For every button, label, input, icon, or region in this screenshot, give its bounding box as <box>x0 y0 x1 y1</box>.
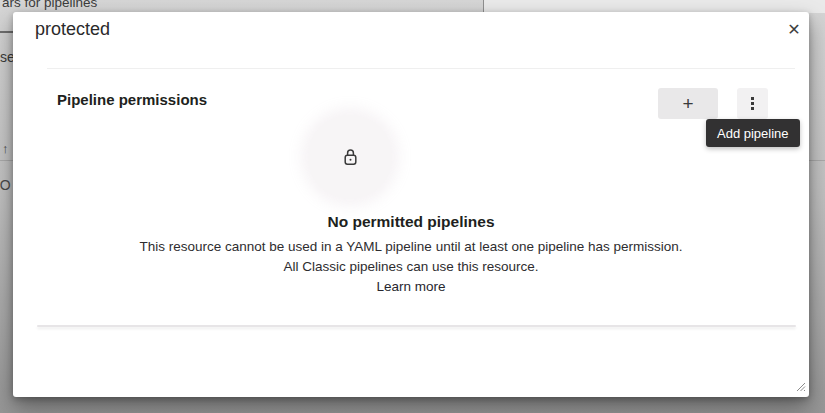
backdrop-glyph-fragment: ↑ <box>2 141 9 156</box>
section-heading: Pipeline permissions <box>57 91 207 108</box>
card-bottom-divider <box>37 325 796 327</box>
backdrop-text-fragment-lo: LO <box>0 177 12 193</box>
empty-state-title: No permitted pipelines <box>13 212 809 232</box>
empty-state-description-line1: This resource cannot be used in a YAML p… <box>13 237 809 257</box>
backdrop-text-fragment-top: ars for pipelines <box>2 0 97 10</box>
resize-handle[interactable] <box>794 378 806 390</box>
title-divider <box>47 68 795 69</box>
resize-grip-icon <box>794 380 806 392</box>
learn-more-link[interactable]: Learn more <box>376 277 445 297</box>
lock-icon <box>342 148 359 167</box>
empty-state-description-line2: All Classic pipelines can use this resou… <box>13 257 809 277</box>
kebab-menu-icon <box>751 107 754 110</box>
more-options-button[interactable] <box>737 88 768 119</box>
add-pipeline-button[interactable]: + <box>658 88 718 119</box>
pipeline-permissions-dialog: protected ✕ Pipeline permissions + Add p… <box>13 12 809 397</box>
kebab-menu-icon <box>751 102 754 105</box>
empty-state-text-block: No permitted pipelines This resource can… <box>13 212 809 297</box>
close-icon: ✕ <box>787 20 800 39</box>
dialog-title: protected <box>35 17 110 41</box>
kebab-menu-icon <box>751 97 754 100</box>
plus-icon: + <box>682 94 693 113</box>
add-pipeline-tooltip: Add pipeline <box>706 119 800 147</box>
backdrop-divider-fragment <box>0 31 13 33</box>
close-button[interactable]: ✕ <box>780 15 808 43</box>
empty-state-illustration <box>308 115 392 199</box>
